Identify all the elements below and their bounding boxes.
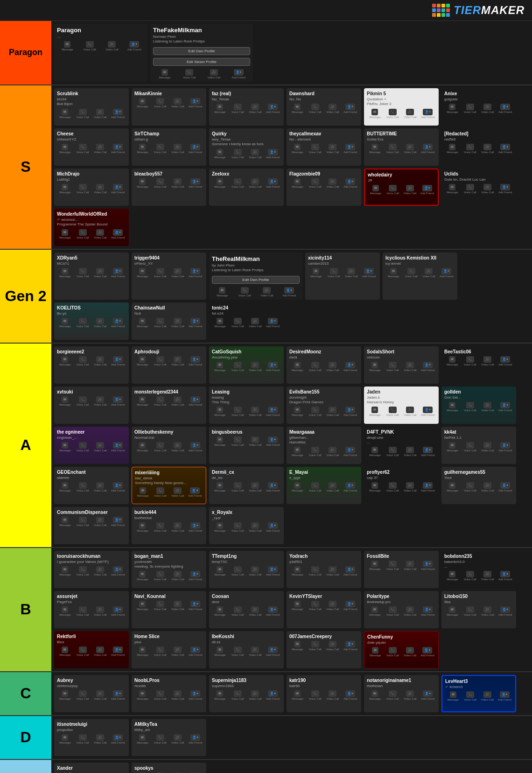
voice-call-button[interactable]: 📞 [156, 601, 164, 607]
message-button[interactable]: ✉ [371, 144, 378, 150]
message-button[interactable]: ✉ [217, 318, 223, 324]
video-call-button[interactable]: 🎥 [96, 442, 104, 449]
add-friend-button[interactable]: 👤+ [113, 144, 123, 150]
video-call-button[interactable]: 🎥 [96, 268, 104, 274]
voice-call-button[interactable]: 📞 [311, 407, 319, 413]
voice-call-button[interactable]: 📞 [79, 184, 87, 190]
message-button[interactable]: ✉ [139, 98, 146, 105]
add-friend-button[interactable]: 👤+ [345, 362, 355, 368]
video-call-button[interactable]: 🎥 [329, 601, 336, 607]
add-friend-button[interactable]: 👤+ [423, 144, 433, 150]
message-button[interactable]: ✉ [62, 647, 68, 653]
add-friend-button[interactable]: 👤+ [268, 149, 278, 155]
add-friend-button[interactable]: 👤+ [190, 442, 200, 449]
voice-call-button[interactable]: 📞 [79, 442, 87, 449]
add-friend-button[interactable]: 👤+ [190, 396, 200, 403]
voice-call-button[interactable]: 📞 [156, 396, 164, 403]
voice-call-button[interactable]: 📞 [407, 268, 415, 274]
voice-call-button[interactable]: 📞 [79, 396, 87, 403]
voice-call-button[interactable]: 📞 [389, 561, 397, 567]
profile-action-button[interactable]: Edit Own Profile [153, 47, 250, 55]
video-call-button[interactable]: 🎥 [251, 407, 259, 413]
message-button[interactable]: ✉ [371, 482, 378, 489]
message-button[interactable]: ✉ [217, 482, 223, 489]
voice-call-button[interactable]: 📞 [79, 144, 87, 150]
voice-call-button[interactable]: 📞 [156, 734, 164, 741]
message-button[interactable]: ✉ [62, 482, 68, 489]
add-friend-button[interactable]: 👤+ [113, 356, 123, 363]
add-friend-button[interactable]: 👤+ [500, 606, 510, 613]
voice-call-button[interactable]: 📞 [466, 606, 474, 613]
voice-call-button[interactable]: 📞 [311, 566, 319, 573]
message-button[interactable]: ✉ [139, 601, 146, 607]
message-button[interactable]: ✉ [62, 442, 68, 449]
message-button[interactable]: ✉ [62, 109, 68, 115]
add-friend-button[interactable]: 👤+ [268, 690, 278, 697]
message-button[interactable]: ✉ [450, 691, 456, 698]
voice-call-button[interactable]: 📞 [389, 185, 397, 191]
add-friend-button[interactable]: 👤+ [113, 647, 123, 653]
voice-call-button[interactable]: 📞 [79, 734, 87, 741]
video-call-button[interactable]: 🎥 [96, 184, 104, 190]
video-call-button[interactable]: 🎥 [483, 606, 491, 613]
video-call-button[interactable]: 🎥 [406, 144, 414, 150]
video-call-button[interactable]: 🎥 [174, 571, 182, 577]
voice-call-button[interactable]: 📞 [241, 287, 249, 294]
add-friend-button[interactable]: 👤+ [234, 69, 244, 76]
message-button[interactable]: ✉ [217, 362, 223, 368]
voice-call-button[interactable]: 📞 [234, 690, 242, 697]
message-button[interactable]: ✉ [139, 690, 146, 697]
video-call-button[interactable]: 🎥 [347, 268, 355, 274]
add-friend-button[interactable]: 👤+ [190, 522, 200, 529]
message-button[interactable]: ✉ [449, 144, 455, 150]
message-button[interactable]: ✉ [217, 149, 223, 155]
video-call-button[interactable]: 🎥 [96, 690, 104, 697]
add-friend-button[interactable]: 👤+ [423, 561, 433, 567]
add-friend-button[interactable]: 👤+ [345, 447, 355, 453]
add-friend-button[interactable]: 👤+ [190, 571, 200, 577]
message-button[interactable]: ✉ [449, 442, 455, 449]
voice-call-button[interactable]: 📞 [156, 442, 164, 449]
add-friend-button[interactable]: 👤+ [113, 318, 123, 324]
add-friend-button[interactable]: 👤+ [423, 690, 433, 697]
message-button[interactable]: ✉ [217, 647, 223, 653]
video-call-button[interactable]: 🎥 [174, 601, 182, 607]
voice-call-button[interactable]: 📞 [234, 566, 242, 573]
voice-call-button[interactable]: 📞 [156, 178, 164, 185]
video-call-button[interactable]: 🎥 [251, 362, 259, 368]
add-friend-button[interactable]: 👤+ [423, 447, 433, 453]
video-call-button[interactable]: 🎥 [483, 402, 491, 408]
message-button[interactable]: ✉ [62, 144, 68, 150]
video-call-button[interactable]: 🎥 [406, 362, 414, 368]
video-call-button[interactable]: 🎥 [174, 487, 182, 494]
video-call-button[interactable]: 🎥 [96, 647, 104, 653]
voice-call-button[interactable]: 📞 [79, 647, 87, 653]
add-friend-button[interactable]: 👤+ [113, 229, 123, 236]
add-friend-button[interactable]: 👤+ [113, 109, 123, 115]
voice-call-button[interactable]: 📞 [466, 691, 474, 698]
message-button[interactable]: ✉ [371, 109, 378, 115]
message-button[interactable]: ✉ [139, 522, 146, 529]
message-button[interactable]: ✉ [62, 517, 68, 523]
profile-action-button[interactable]: Edit Own Profile [212, 276, 300, 284]
add-friend-button[interactable]: 👤+ [500, 104, 510, 110]
add-friend-button[interactable]: 👤+ [113, 442, 123, 449]
message-button[interactable]: ✉ [139, 144, 146, 150]
voice-call-button[interactable]: 📞 [330, 268, 338, 274]
voice-call-button[interactable]: 📞 [156, 522, 164, 529]
voice-call-button[interactable]: 📞 [389, 362, 397, 368]
message-button[interactable]: ✉ [371, 606, 378, 613]
add-friend-button[interactable]: 👤+ [190, 734, 200, 741]
message-button[interactable]: ✉ [62, 184, 68, 190]
video-call-button[interactable]: 🎥 [329, 566, 336, 573]
voice-call-button[interactable]: 📞 [234, 362, 242, 368]
voice-call-button[interactable]: 📞 [79, 268, 87, 274]
add-friend-button[interactable]: 👤+ [500, 482, 510, 489]
video-call-button[interactable]: 🎥 [174, 268, 182, 274]
add-friend-button[interactable]: 👤+ [345, 601, 355, 607]
voice-call-button[interactable]: 📞 [389, 482, 397, 489]
message-button[interactable]: ✉ [294, 482, 301, 489]
message-button[interactable]: ✉ [217, 522, 223, 529]
add-friend-button[interactable]: 👤+ [268, 482, 278, 489]
add-friend-button[interactable]: 👤+ [364, 268, 374, 274]
